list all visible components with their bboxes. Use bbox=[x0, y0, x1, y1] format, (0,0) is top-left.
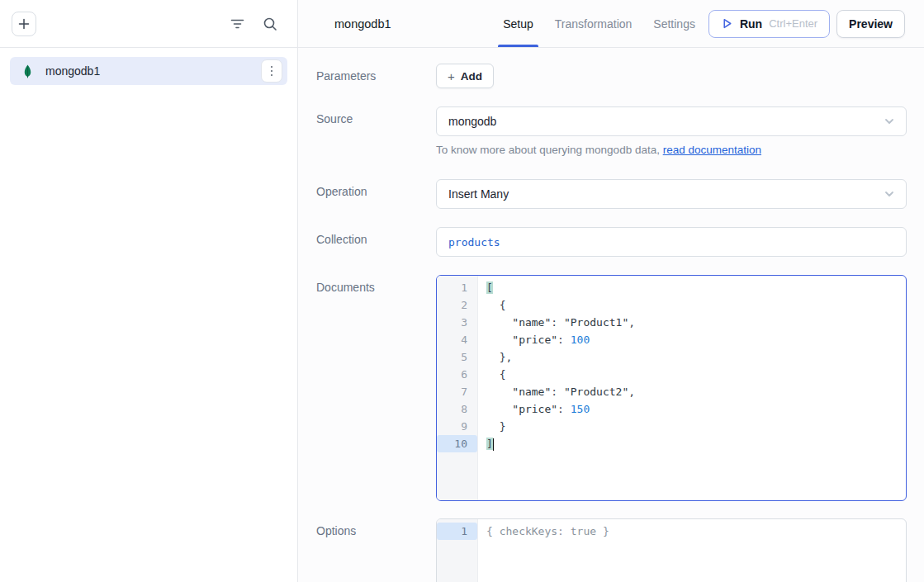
source-helper-text: To know more about querying mongodb data… bbox=[436, 144, 907, 156]
query-sidebar: mongodb1 bbox=[0, 0, 298, 582]
filter-icon[interactable] bbox=[226, 13, 248, 35]
collection-label: Collection bbox=[316, 227, 436, 257]
source-helper-prefix: To know more about querying mongodb data… bbox=[436, 144, 663, 156]
editor-tabs: Setup Transformation Settings bbox=[503, 0, 695, 47]
add-parameter-label: Add bbox=[461, 70, 482, 83]
tab-transformation[interactable]: Transformation bbox=[555, 0, 633, 47]
operation-select-value: Insert Many bbox=[448, 187, 883, 201]
header-buttons: Run Ctrl+Enter Preview bbox=[708, 10, 905, 38]
play-icon bbox=[721, 17, 733, 30]
parameters-label: Parameters bbox=[316, 64, 436, 88]
query-list: mongodb1 bbox=[0, 48, 297, 94]
source-row: Source mongodb To know more about queryi… bbox=[316, 106, 907, 156]
search-icon[interactable] bbox=[259, 13, 281, 35]
collection-input[interactable]: products bbox=[436, 227, 907, 257]
read-documentation-link[interactable]: read documentation bbox=[663, 144, 761, 156]
app-window: mongodb1 mongodb1 Setup Transformation S… bbox=[0, 0, 924, 582]
documents-label: Documents bbox=[316, 275, 436, 501]
preview-button[interactable]: Preview bbox=[836, 10, 905, 38]
options-gutter: 1 bbox=[437, 519, 478, 582]
query-list-item-mongodb1[interactable]: mongodb1 bbox=[10, 57, 287, 85]
operation-row: Operation Insert Many bbox=[316, 179, 907, 209]
source-select[interactable]: mongodb bbox=[436, 106, 907, 136]
kebab-icon bbox=[271, 66, 273, 77]
options-label: Options bbox=[316, 518, 436, 582]
add-plus-icon: + bbox=[448, 70, 455, 83]
chevron-down-icon bbox=[883, 115, 896, 128]
operation-label: Operation bbox=[316, 179, 436, 209]
documents-editor[interactable]: 12345678910 [ { "name": "Product1", "pri… bbox=[436, 275, 907, 501]
query-item-label: mongodb1 bbox=[45, 64, 261, 78]
tab-setup[interactable]: Setup bbox=[503, 0, 533, 47]
parameters-row: Parameters + Add bbox=[316, 64, 907, 88]
options-row: Options 1 { checkKeys: true } bbox=[316, 518, 907, 582]
sidebar-header bbox=[0, 0, 297, 48]
query-item-menu-button[interactable] bbox=[261, 59, 282, 83]
query-title: mongodb1 bbox=[334, 17, 391, 31]
mongodb-leaf-icon bbox=[21, 64, 35, 78]
options-editor[interactable]: 1 { checkKeys: true } bbox=[436, 518, 907, 582]
collection-input-value: products bbox=[448, 236, 500, 248]
add-query-button[interactable] bbox=[12, 12, 36, 36]
documents-code[interactable]: [ { "name": "Product1", "price": 100 }, … bbox=[478, 276, 906, 500]
options-code[interactable]: { checkKeys: true } bbox=[478, 519, 906, 582]
operation-select[interactable]: Insert Many bbox=[436, 179, 907, 209]
add-parameter-button[interactable]: + Add bbox=[436, 64, 494, 88]
source-select-value: mongodb bbox=[448, 115, 883, 128]
query-editor-header: mongodb1 Setup Transformation Settings R… bbox=[298, 0, 924, 48]
query-setup-form: Parameters + Add Source mongodb bbox=[298, 48, 924, 582]
documents-gutter: 12345678910 bbox=[437, 276, 478, 500]
source-label: Source bbox=[316, 106, 436, 156]
run-button[interactable]: Run Ctrl+Enter bbox=[708, 10, 830, 38]
tab-settings[interactable]: Settings bbox=[653, 0, 695, 47]
plus-icon bbox=[18, 18, 30, 30]
collection-row: Collection products bbox=[316, 227, 907, 257]
query-editor-panel: mongodb1 Setup Transformation Settings R… bbox=[298, 0, 924, 582]
documents-row: Documents 12345678910 [ { "name": "Produ… bbox=[316, 275, 907, 501]
run-shortcut: Ctrl+Enter bbox=[769, 17, 817, 30]
run-button-label: Run bbox=[740, 17, 762, 31]
chevron-down-icon bbox=[883, 187, 896, 201]
